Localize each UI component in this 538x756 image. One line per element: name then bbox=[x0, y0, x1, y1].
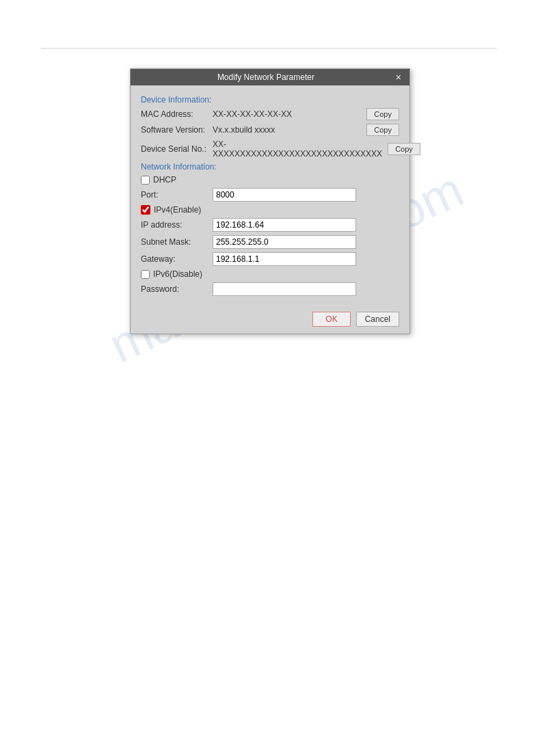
ipv4-label[interactable]: IPv4(Enable) bbox=[154, 205, 201, 215]
device-serial-row: Device Serial No.: XX-XXXXXXXXXXXXXXXXXX… bbox=[141, 139, 399, 159]
dialog-body: Device Information: MAC Address: XX-XX-X… bbox=[131, 85, 409, 306]
cancel-button[interactable]: Cancel bbox=[356, 312, 399, 327]
serial-copy-button[interactable]: Copy bbox=[388, 143, 420, 155]
port-row: Port: bbox=[141, 188, 399, 202]
subnet-mask-label: Subnet Mask: bbox=[141, 237, 213, 247]
software-version-row: Software Version: Vx.x.xbuild xxxxx Copy bbox=[141, 124, 399, 136]
dialog-footer: OK Cancel bbox=[131, 306, 409, 334]
software-version-label: Software Version: bbox=[141, 125, 213, 135]
dhcp-label[interactable]: DHCP bbox=[153, 175, 176, 185]
ip-address-input[interactable] bbox=[213, 218, 356, 232]
mac-address-value: XX-XX-XX-XX-XX-XX bbox=[213, 109, 361, 119]
dhcp-checkbox[interactable] bbox=[141, 176, 150, 185]
dialog-title: Modify Network Parameter bbox=[137, 72, 394, 82]
password-label: Password: bbox=[141, 284, 213, 294]
dialog-window: Modify Network Parameter × Device Inform… bbox=[130, 68, 410, 334]
ok-button[interactable]: OK bbox=[312, 312, 350, 327]
mac-copy-button[interactable]: Copy bbox=[366, 108, 399, 120]
gateway-input[interactable] bbox=[213, 252, 356, 266]
close-button[interactable]: × bbox=[394, 72, 403, 82]
ipv6-checkbox[interactable] bbox=[141, 270, 150, 279]
subnet-mask-row: Subnet Mask: bbox=[141, 235, 399, 249]
port-label: Port: bbox=[141, 190, 213, 200]
device-serial-label: Device Serial No.: bbox=[141, 144, 213, 154]
gateway-label: Gateway: bbox=[141, 254, 213, 264]
software-version-value: Vx.x.xbuild xxxxx bbox=[213, 125, 361, 135]
software-copy-button[interactable]: Copy bbox=[366, 124, 399, 136]
dhcp-row: DHCP bbox=[141, 175, 399, 185]
device-serial-value: XX-XXXXXXXXXXXXXXXXXXXXXXXXXXXXXXX bbox=[213, 139, 382, 159]
dialog-titlebar: Modify Network Parameter × bbox=[131, 69, 409, 85]
network-info-label: Network Information: bbox=[141, 162, 399, 172]
top-divider bbox=[41, 48, 497, 49]
ipv4-checkbox[interactable] bbox=[141, 205, 150, 215]
device-info-label: Device Information: bbox=[141, 95, 399, 105]
password-row: Password: bbox=[141, 282, 399, 296]
ip-address-label: IP address: bbox=[141, 220, 213, 230]
mac-address-label: MAC Address: bbox=[141, 109, 213, 119]
ipv4-row: IPv4(Enable) bbox=[141, 205, 399, 215]
mac-address-row: MAC Address: XX-XX-XX-XX-XX-XX Copy bbox=[141, 108, 399, 120]
ipv6-row: IPv6(Disable) bbox=[141, 269, 399, 279]
gateway-row: Gateway: bbox=[141, 252, 399, 266]
port-input[interactable] bbox=[213, 188, 356, 202]
ip-address-row: IP address: bbox=[141, 218, 399, 232]
password-input[interactable] bbox=[213, 282, 356, 296]
ipv6-label[interactable]: IPv6(Disable) bbox=[153, 269, 202, 279]
subnet-mask-input[interactable] bbox=[213, 235, 356, 249]
